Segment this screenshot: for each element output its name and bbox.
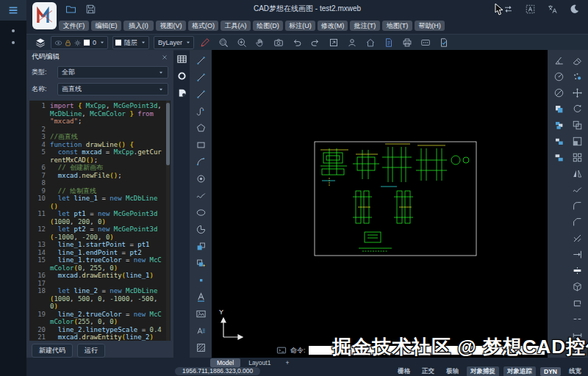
circle-tool-icon[interactable] bbox=[175, 69, 188, 82]
circle-2pt-icon[interactable] bbox=[551, 84, 566, 101]
polygon-icon[interactable] bbox=[193, 120, 208, 137]
menu-item-地图(T)[interactable]: 地图(T) bbox=[382, 21, 412, 31]
scale-icon[interactable] bbox=[570, 133, 584, 149]
point-icon[interactable] bbox=[193, 272, 208, 289]
viewport-frame-icon[interactable] bbox=[327, 37, 340, 49]
circle-icon[interactable] bbox=[193, 204, 208, 221]
snapshot-icon[interactable] bbox=[272, 37, 284, 49]
menu-item-帮助(H)[interactable]: 帮助(H) bbox=[415, 21, 445, 31]
menu-item-格式(O)[interactable]: 格式(O) bbox=[188, 21, 218, 31]
new-code-button[interactable]: 新建代码 bbox=[32, 344, 73, 358]
donut-icon[interactable] bbox=[193, 170, 208, 187]
arc-icon[interactable] bbox=[193, 153, 208, 170]
run-button[interactable]: 运行 bbox=[77, 344, 105, 358]
rectangle-icon[interactable] bbox=[193, 137, 208, 153]
paste-icon[interactable] bbox=[551, 133, 566, 149]
menu-item-视图(V)[interactable]: 视图(V) bbox=[156, 21, 186, 31]
command-window-icon[interactable] bbox=[275, 344, 287, 357]
command-input[interactable] bbox=[309, 346, 545, 355]
main-menu-button[interactable] bbox=[0, 0, 26, 21]
chamfer-icon[interactable] bbox=[570, 214, 584, 230]
measure-icon[interactable] bbox=[570, 327, 584, 343]
rotate-icon[interactable] bbox=[570, 101, 584, 117]
zoom-extents-icon[interactable] bbox=[235, 37, 248, 49]
menu-item-绘图(D)[interactable]: 绘图(D) bbox=[253, 21, 283, 31]
collapse-icon[interactable] bbox=[570, 343, 584, 359]
more-options-icon[interactable] bbox=[419, 37, 431, 49]
layer-visibility-icon[interactable] bbox=[54, 38, 63, 48]
undo-icon[interactable] bbox=[290, 37, 303, 49]
menu-item-修改(M)[interactable]: 修改(M) bbox=[318, 21, 348, 31]
new-document-icon[interactable] bbox=[382, 37, 395, 49]
wipeout-icon[interactable] bbox=[175, 86, 188, 99]
break-icon[interactable] bbox=[570, 311, 584, 327]
theme-moon-icon[interactable] bbox=[568, 3, 581, 15]
layer-manager-icon[interactable] bbox=[34, 37, 46, 49]
print-icon[interactable] bbox=[401, 37, 413, 49]
menu-item-批注(T)[interactable]: 批注(T) bbox=[350, 21, 380, 31]
layer-dropdown[interactable]: 0 bbox=[51, 36, 108, 49]
name-select[interactable]: 画直线 bbox=[57, 83, 168, 95]
mtext-icon[interactable] bbox=[193, 322, 208, 339]
redo-icon[interactable] bbox=[309, 37, 321, 49]
copy-base-icon[interactable] bbox=[551, 117, 566, 133]
hatch-icon[interactable] bbox=[193, 339, 208, 356]
copy-icon[interactable] bbox=[570, 68, 584, 84]
spline-edit-icon[interactable] bbox=[570, 181, 584, 198]
stretch-icon[interactable] bbox=[570, 262, 584, 278]
draw-order-icon[interactable] bbox=[198, 37, 211, 49]
toggle-DYN[interactable]: DYN bbox=[540, 367, 561, 376]
menu-item-插入(I)[interactable]: 插入(I) bbox=[123, 21, 154, 31]
insert-block-icon[interactable] bbox=[193, 238, 208, 255]
pan-icon[interactable] bbox=[254, 37, 266, 49]
home-icon[interactable] bbox=[364, 37, 376, 49]
image-icon[interactable] bbox=[193, 306, 208, 322]
menu-item-文件(F)[interactable]: 文件(F) bbox=[59, 21, 89, 31]
layout-tab-+[interactable]: + bbox=[279, 358, 295, 367]
switch-window-icon[interactable] bbox=[502, 3, 514, 15]
segment-icon[interactable] bbox=[193, 69, 208, 86]
layout-tab-Model[interactable]: Model bbox=[210, 358, 240, 367]
polyline-icon[interactable] bbox=[193, 103, 208, 120]
translate-icon[interactable] bbox=[546, 3, 559, 15]
layout-tab-Layout1[interactable]: Layout1 bbox=[242, 358, 277, 367]
app-logo[interactable] bbox=[32, 2, 57, 29]
move-icon[interactable] bbox=[570, 84, 584, 101]
fillet-icon[interactable] bbox=[570, 198, 584, 214]
line-icon[interactable] bbox=[193, 52, 208, 69]
close-icon[interactable] bbox=[161, 54, 168, 61]
save-file-icon[interactable] bbox=[85, 3, 97, 15]
mirror-icon[interactable] bbox=[570, 165, 584, 181]
user-icon[interactable] bbox=[345, 37, 358, 49]
toggle-对象捕捉[interactable]: 对象捕捉 bbox=[467, 366, 499, 376]
ellipse-arc-icon[interactable] bbox=[193, 221, 208, 238]
ray-icon[interactable] bbox=[193, 86, 208, 103]
erase-icon[interactable] bbox=[570, 52, 584, 68]
extend-icon[interactable] bbox=[570, 246, 584, 262]
type-select[interactable]: 全部 bbox=[57, 66, 168, 79]
toggle-对象追踪[interactable]: 对象追踪 bbox=[503, 366, 536, 376]
toggle-栅格[interactable]: 栅格 bbox=[394, 366, 414, 376]
cad-canvas[interactable]: Y 命令: bbox=[212, 50, 548, 358]
text-icon[interactable] bbox=[193, 289, 208, 306]
menu-item-标注(U)[interactable]: 标注(U) bbox=[285, 21, 315, 31]
menu-item-工具(A)[interactable]: 工具(A) bbox=[220, 21, 251, 31]
box-3d-icon[interactable] bbox=[570, 278, 584, 294]
linetype-dropdown[interactable]: ByLayer bbox=[154, 36, 194, 49]
save-check-icon[interactable] bbox=[437, 37, 450, 49]
layer-freeze-icon[interactable] bbox=[73, 38, 82, 48]
spline-icon[interactable] bbox=[193, 187, 208, 204]
trim-icon[interactable] bbox=[570, 230, 584, 246]
copy-object-icon[interactable] bbox=[551, 101, 566, 117]
toggle-线宽[interactable]: 线宽 bbox=[565, 366, 585, 376]
array-icon[interactable] bbox=[570, 149, 584, 165]
zoom-window-icon[interactable] bbox=[217, 37, 229, 49]
layer-lock-icon[interactable] bbox=[63, 38, 73, 48]
region-icon[interactable] bbox=[570, 294, 584, 311]
circle-radius-icon[interactable] bbox=[551, 68, 566, 84]
paste-block-icon[interactable] bbox=[551, 149, 566, 165]
block-attribute-icon[interactable] bbox=[193, 255, 208, 272]
toggle-极轴[interactable]: 极轴 bbox=[442, 366, 462, 376]
table-icon[interactable] bbox=[175, 52, 188, 65]
open-folder-icon[interactable] bbox=[65, 3, 77, 15]
